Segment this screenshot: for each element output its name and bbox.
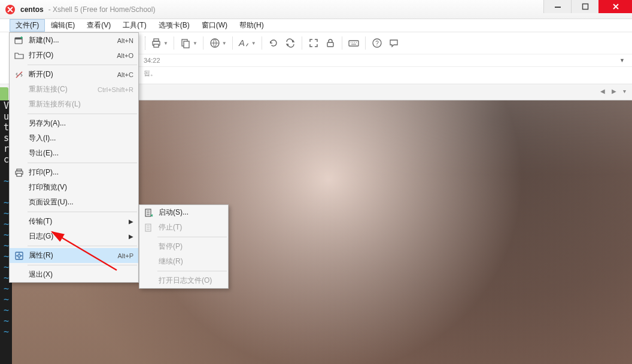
menu-item-shortcut: Alt+O [117, 52, 133, 59]
app-title-suffix: - Xshell 5 (Free for Home/School) [48, 5, 156, 14]
toolbar-separator [302, 36, 302, 50]
menu-help[interactable]: 帮助(H) [233, 19, 270, 32]
blank-icon [13, 118, 25, 129]
disconnect-icon [13, 69, 25, 80]
toolbar-separator [262, 36, 262, 50]
menu-separator [28, 265, 137, 265]
caret-down-icon[interactable]: ▼ [251, 41, 256, 46]
term-line: ~ [0, 326, 12, 337]
menu-item-transfer[interactable]: 传输(T) ▶ [10, 214, 138, 229]
menu-item-reconnect: 重新连接(C) Ctrl+Shift+R [10, 82, 138, 97]
menu-separator [28, 212, 137, 212]
menu-separator [28, 65, 137, 65]
menu-item-export[interactable]: 导出(E)... [10, 146, 138, 161]
menu-file[interactable]: 文件(F) [10, 19, 45, 32]
menu-item-label: 打印预览(V) [29, 182, 133, 192]
submenu-item-open-log: 打开日志文件(O) [139, 273, 228, 288]
menu-item-disconnect[interactable]: 断开(D) Alt+C [10, 67, 138, 82]
menu-edit[interactable]: 编辑(E) [45, 19, 81, 32]
keyboard-icon[interactable] [346, 35, 361, 51]
caret-down-icon[interactable]: ▼ [193, 41, 198, 46]
refresh-icon[interactable] [266, 35, 281, 51]
svg-rect-7 [184, 41, 189, 48]
copy-icon[interactable] [178, 35, 193, 51]
caret-down-icon[interactable]: ▼ [619, 57, 625, 63]
menu-item-label: 重新连接所有(L) [29, 99, 133, 109]
menu-item-page-setup[interactable]: 页面设置(U)... [10, 195, 138, 210]
window-controls [543, 0, 632, 13]
menu-item-shortcut: Ctrl+Shift+R [98, 86, 133, 93]
svg-rect-2 [582, 4, 588, 10]
menu-item-shortcut: Alt+C [117, 71, 133, 78]
menu-item-label: 传输(T) [29, 216, 133, 227]
blank-icon [143, 256, 155, 267]
minimize-button[interactable] [543, 0, 571, 13]
submenu-item-label: 暂停(P) [159, 241, 222, 252]
quickconnect-timestamp: 34:22 [144, 57, 160, 64]
menu-item-print-preview[interactable]: 打印预览(V) [10, 180, 138, 195]
new-session-icon [13, 35, 25, 46]
active-tab-corner[interactable] [0, 87, 8, 100]
fullscreen-icon[interactable] [306, 35, 321, 51]
print-icon [13, 167, 25, 178]
close-button[interactable] [598, 0, 632, 13]
chat-icon[interactable] [386, 35, 402, 51]
toolbar-separator [232, 36, 233, 50]
menu-item-exit[interactable]: 退出(X) [10, 267, 138, 282]
submenu-item-label: 继续(R) [159, 256, 222, 267]
toolbar-separator [145, 36, 147, 50]
transfer-icon[interactable] [282, 35, 298, 51]
caret-down-icon[interactable]: ▼ [163, 41, 168, 46]
menu-item-save-as[interactable]: 另存为(A)... [10, 116, 138, 131]
tabs-nav-arrows[interactable]: ◀ ▶ ▾ [600, 88, 628, 94]
submenu-item-label: 停止(T) [159, 222, 222, 233]
menu-item-log[interactable]: 日志(G) ▶ [10, 229, 138, 244]
menu-separator [157, 271, 227, 271]
menu-item-open[interactable]: 打开(O) Alt+O [10, 48, 138, 63]
menu-item-label: 属性(R) [29, 250, 117, 261]
log-stop-icon [143, 222, 155, 233]
blank-icon [13, 133, 25, 144]
svg-rect-11 [349, 41, 358, 46]
menu-tabs[interactable]: 选项卡(B) [153, 19, 196, 32]
submenu-item-resume: 继续(R) [139, 254, 228, 269]
menu-window[interactable]: 窗口(W) [196, 19, 233, 32]
menu-item-reconnect-all: 重新连接所有(L) [10, 97, 138, 112]
titlebar: centos - Xshell 5 (Free for Home/School) [0, 0, 632, 19]
svg-rect-4 [154, 39, 159, 41]
term-line: ~ [0, 283, 12, 294]
menu-separator [28, 246, 137, 246]
font-icon[interactable]: A [236, 35, 252, 51]
menu-item-import[interactable]: 导入(I)... [10, 131, 138, 146]
svg-rect-17 [17, 169, 22, 171]
app-icon [5, 4, 16, 15]
menu-item-label: 断开(D) [29, 69, 117, 79]
svg-rect-1 [555, 7, 561, 8]
caret-down-icon[interactable]: ▼ [222, 41, 227, 46]
folder-open-icon [13, 50, 25, 61]
toolbar: ▼ ▼ ▼ A ▼ ? [139, 32, 632, 54]
maximize-button[interactable] [571, 0, 598, 13]
svg-text:?: ? [375, 40, 379, 47]
menu-view[interactable]: 查看(V) [81, 19, 117, 32]
menu-item-label: 页面设置(U)... [29, 197, 133, 207]
menu-item-label: 导入(I)... [29, 133, 133, 143]
menu-item-new[interactable]: 新建(N)... Alt+N [10, 33, 138, 48]
menu-tools[interactable]: 工具(T) [117, 19, 152, 32]
help-icon[interactable]: ? [369, 35, 385, 51]
submenu-item-start[interactable]: 启动(S)... [139, 205, 228, 220]
blank-icon [143, 241, 155, 252]
menu-item-properties[interactable]: 属性(R) Alt+P [10, 248, 138, 263]
quickconnect-bar[interactable]: 34:22 ▼ [139, 54, 632, 67]
term-line: ~ [0, 305, 12, 316]
lock-icon[interactable] [323, 35, 338, 51]
print-icon[interactable] [148, 35, 164, 51]
blank-icon [13, 216, 25, 227]
svg-text:A: A [238, 38, 245, 48]
term-line: ~ [0, 316, 12, 326]
menu-separator [157, 237, 227, 237]
menu-item-print[interactable]: 打印(P)... [10, 165, 138, 180]
blank-icon [143, 276, 155, 286]
globe-icon[interactable] [207, 35, 223, 51]
log-submenu: 启动(S)... 停止(T) 暂停(P) 继续(R) 打开日志文件(O) [139, 204, 229, 289]
